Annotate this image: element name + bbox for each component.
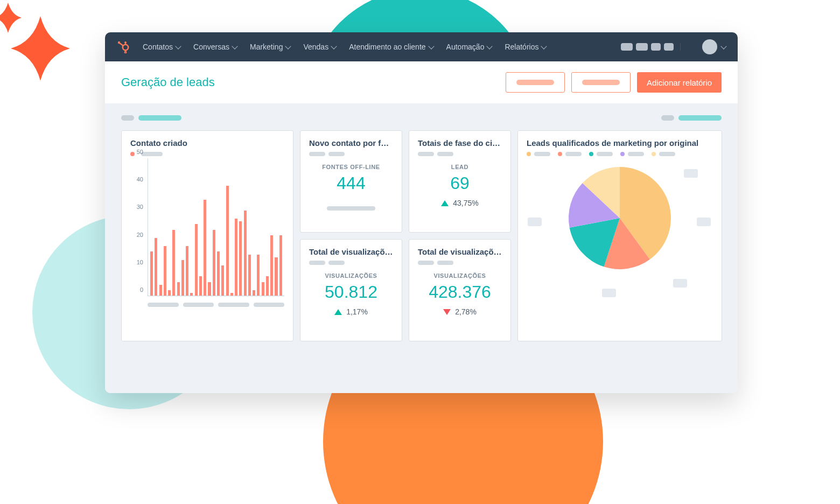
- chart-legend: [130, 152, 284, 156]
- bar: [257, 255, 260, 296]
- nav-label: Relatórios: [505, 43, 538, 51]
- svg-line-4: [120, 43, 123, 46]
- chevron-down-icon: [720, 43, 726, 49]
- pie-callout: [697, 218, 711, 226]
- metric-delta: 1,17%: [309, 307, 393, 316]
- metric-label: FONTES OFF-LINE: [309, 164, 393, 170]
- utility-icon-1[interactable]: [621, 43, 633, 51]
- nav-label: Automação: [446, 43, 485, 51]
- dashboard-grid: Contato criado 01020304050: [121, 130, 722, 341]
- dashboard-body: Contato criado 01020304050: [105, 103, 738, 393]
- legend-item: [527, 152, 550, 156]
- placeholder: [661, 115, 674, 121]
- placeholder: [516, 80, 554, 85]
- legend-dot-icon: [620, 152, 625, 156]
- card-ciclo-fase[interactable]: Totais de fase do ciclo de... LEAD 69 43…: [409, 130, 511, 233]
- card-subtitle-placeholder: [309, 261, 393, 265]
- bar-chart: 01020304050: [130, 158, 284, 309]
- placeholder: [565, 152, 582, 156]
- utility-icon-3[interactable]: [651, 43, 661, 51]
- legend-item: [652, 152, 675, 156]
- chevron-down-icon: [175, 43, 181, 49]
- metric-value: 444: [309, 173, 393, 193]
- nav-relatorios[interactable]: Relatórios: [505, 43, 546, 51]
- bar: [230, 293, 233, 296]
- pie-svg: [563, 162, 676, 275]
- header-ghost-button-1[interactable]: [506, 72, 565, 93]
- sparkle-icon: [0, 0, 86, 92]
- filter-right[interactable]: [661, 113, 722, 123]
- placeholder: [183, 303, 214, 307]
- filter-left[interactable]: [121, 113, 181, 123]
- bar: [226, 186, 229, 296]
- card-contato-criado[interactable]: Contato criado 01020304050: [121, 130, 293, 341]
- bar: [262, 282, 264, 296]
- card-title: Contato criado: [130, 138, 284, 148]
- card-title: Total de visualizações do...: [309, 247, 393, 256]
- x-axis-labels: [148, 299, 284, 309]
- plot-area: [148, 158, 284, 296]
- metric-label: VISUALIZAÇÕES: [418, 272, 502, 279]
- bar: [172, 230, 175, 296]
- card-visualizacoes-total[interactable]: Total de visualizações do... VISUALIZAÇÕ…: [300, 239, 402, 341]
- legend-dot-icon: [130, 152, 135, 156]
- bar: [270, 235, 273, 296]
- nav-automacao[interactable]: Automação: [446, 43, 492, 51]
- card-title: Totais de fase do ciclo de...: [418, 138, 502, 148]
- metric-delta: 43,75%: [418, 199, 502, 207]
- utility-icon-4[interactable]: [664, 43, 674, 51]
- card-title: Leads qualificados de marketing por orig…: [527, 138, 713, 148]
- add-report-button[interactable]: Adicionar relatório: [637, 72, 722, 93]
- card-visualizacoes-lp[interactable]: Total de visualizações de LP VISUALIZAÇÕ…: [409, 239, 511, 341]
- hubspot-logo-icon[interactable]: [117, 40, 130, 53]
- page-title[interactable]: Geração de leads: [121, 75, 215, 89]
- delta-value: 1,17%: [346, 307, 368, 316]
- card-novo-contato-fonte[interactable]: Novo contato por fonte FONTES OFF-LINE 4…: [300, 130, 402, 233]
- placeholder: [327, 206, 375, 211]
- filters-row: [121, 113, 722, 123]
- metric-label: VISUALIZAÇÕES: [309, 272, 393, 279]
- bar: [208, 282, 211, 296]
- metric-value: 428.376: [418, 282, 502, 302]
- nav-conversas[interactable]: Conversas: [193, 43, 237, 51]
- nav-label: Contatos: [143, 43, 173, 51]
- card-mql[interactable]: Leads qualificados de marketing por orig…: [517, 130, 722, 341]
- nav-label: Marketing: [250, 43, 283, 51]
- card-subtitle-placeholder: [309, 152, 393, 156]
- chevron-down-icon: [331, 43, 337, 49]
- page-actions: Adicionar relatório: [506, 72, 722, 93]
- y-axis: 01020304050: [130, 158, 145, 296]
- nav-marketing[interactable]: Marketing: [250, 43, 290, 51]
- account-menu[interactable]: [694, 39, 726, 54]
- pie-callout: [673, 279, 687, 288]
- legend-dot-icon: [527, 152, 531, 156]
- placeholder: [534, 152, 550, 156]
- bar: [275, 257, 277, 296]
- placeholder: [121, 115, 134, 121]
- utility-icon-2[interactable]: [636, 43, 648, 51]
- trend-down-icon: [443, 309, 451, 315]
- bar: [235, 219, 237, 296]
- svg-point-6: [124, 51, 126, 53]
- nav-atendimento[interactable]: Atendimento ao cliente: [349, 43, 433, 51]
- header-ghost-button-2[interactable]: [571, 72, 631, 93]
- card-subtitle-placeholder: [418, 152, 502, 156]
- pie-callout: [684, 169, 698, 178]
- nav-contatos[interactable]: Contatos: [143, 43, 180, 51]
- bar: [217, 251, 220, 296]
- bars: [150, 158, 282, 296]
- bar: [168, 290, 171, 296]
- bar: [244, 211, 247, 296]
- delta-value: 2,78%: [455, 307, 477, 316]
- placeholder: [582, 80, 620, 85]
- nav-vendas[interactable]: Vendas: [303, 43, 336, 51]
- placeholder: [138, 115, 181, 121]
- placeholder: [148, 303, 179, 307]
- delta-value: 43,75%: [453, 199, 478, 207]
- chevron-down-icon: [285, 43, 291, 49]
- bar: [195, 224, 198, 296]
- bar: [213, 230, 215, 296]
- legend-dot-icon: [589, 152, 593, 156]
- bar: [177, 282, 180, 296]
- placeholder: [659, 152, 675, 156]
